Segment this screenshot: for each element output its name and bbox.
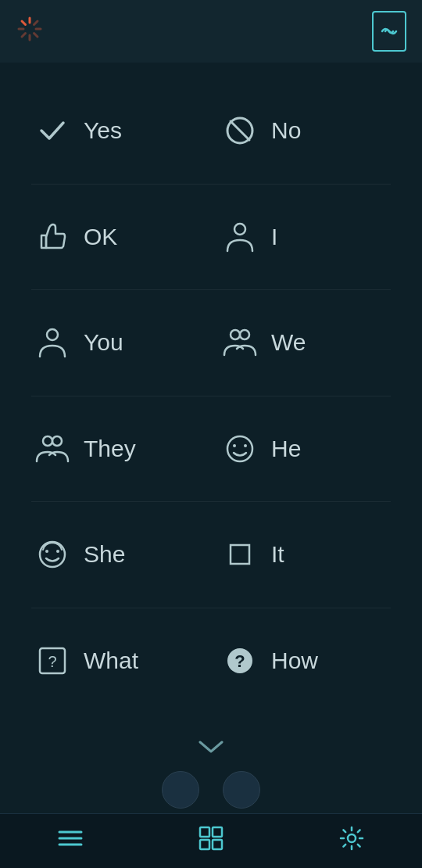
svg-line-4 (22, 21, 26, 25)
thumbsup-icon (35, 220, 70, 254)
svg-point-17 (227, 436, 252, 461)
we-label: We (271, 329, 306, 356)
svg-rect-32 (213, 827, 222, 837)
nfc-icon[interactable] (372, 11, 406, 52)
svg-point-16 (52, 436, 62, 446)
loading-icon (16, 15, 44, 48)
what-button[interactable]: ? What (23, 636, 211, 686)
svg-rect-34 (213, 840, 222, 849)
we-button[interactable]: We (211, 317, 399, 368)
face-smile-icon (223, 432, 257, 466)
no-label: No (271, 117, 301, 144)
chevron-down-icon[interactable] (197, 735, 225, 760)
ok-label: OK (84, 224, 117, 250)
svg-point-15 (43, 436, 52, 446)
svg-point-19 (244, 444, 247, 447)
grid-row-5: She It (23, 502, 399, 608)
person-icon (223, 220, 257, 254)
menu-nav-icon[interactable] (50, 821, 91, 861)
how-button[interactable]: ? How (211, 636, 399, 686)
you-button[interactable]: You (23, 317, 211, 368)
settings-nav-icon[interactable] (331, 818, 372, 864)
grid-nav-icon[interactable] (191, 818, 231, 864)
person-outline-icon (35, 325, 70, 360)
i-label: I (271, 224, 277, 250)
svg-line-5 (34, 33, 38, 37)
they-label: They (84, 436, 136, 462)
question-square-icon: ? (35, 644, 70, 678)
it-label: It (271, 541, 284, 568)
it-button[interactable]: It (211, 529, 399, 579)
grid-row-3: You We (23, 290, 399, 396)
svg-point-14 (240, 330, 249, 339)
svg-rect-33 (200, 840, 209, 849)
yes-button[interactable]: Yes (23, 106, 211, 156)
face-smile-hair-icon (35, 537, 70, 572)
what-label: What (84, 647, 138, 674)
how-label: How (271, 647, 318, 674)
svg-point-21 (45, 550, 48, 553)
square-icon (223, 537, 257, 572)
top-bar (0, 0, 422, 63)
question-circle-icon: ? (223, 644, 257, 678)
they-button[interactable]: They (23, 424, 211, 474)
grid-row-2: OK I (23, 185, 399, 290)
two-persons-outline-icon (35, 432, 70, 466)
svg-point-12 (47, 329, 58, 340)
yes-label: Yes (84, 117, 122, 144)
grid-row-4: They He (23, 396, 399, 502)
two-persons-icon (223, 325, 257, 360)
svg-rect-23 (231, 545, 249, 564)
svg-line-7 (22, 33, 26, 37)
he-button[interactable]: He (211, 424, 399, 474)
svg-text:?: ? (234, 651, 245, 671)
thumbnail-2[interactable] (223, 771, 260, 809)
check-icon (35, 113, 70, 148)
svg-line-6 (34, 21, 38, 25)
ok-button[interactable]: OK (23, 212, 211, 262)
she-button[interactable]: She (23, 529, 211, 579)
svg-point-18 (233, 444, 236, 447)
grid-row-1: Yes No (23, 78, 399, 184)
chevron-area[interactable] (0, 729, 422, 766)
he-label: He (271, 436, 301, 462)
svg-point-13 (231, 330, 240, 339)
bottom-nav (0, 813, 422, 868)
svg-point-22 (56, 550, 59, 553)
svg-point-35 (348, 834, 356, 842)
thumbnail-1[interactable] (162, 771, 199, 809)
top-bar-left (16, 15, 44, 48)
svg-line-10 (231, 121, 249, 140)
no-button[interactable]: No (211, 106, 399, 156)
main-content: Yes No OK (0, 63, 422, 729)
svg-text:?: ? (48, 653, 56, 670)
svg-point-11 (234, 224, 245, 235)
i-button[interactable]: I (211, 212, 399, 262)
grid-row-6: ? What ? How (23, 608, 399, 714)
svg-point-20 (40, 542, 65, 567)
thumbnails-area (0, 766, 422, 813)
she-label: She (84, 541, 125, 568)
no-icon (223, 113, 257, 148)
svg-rect-31 (200, 827, 209, 837)
you-label: You (84, 329, 123, 356)
